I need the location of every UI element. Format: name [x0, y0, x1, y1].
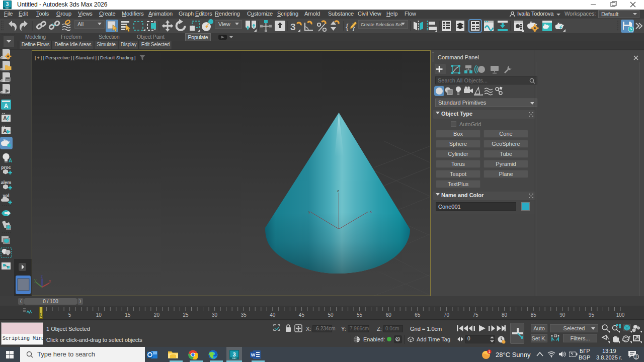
svg-text:95: 95 [589, 312, 595, 318]
svg-text:85: 85 [531, 312, 537, 318]
svg-text:3: 3 [290, 22, 296, 32]
svg-text:45: 45 [299, 312, 305, 318]
svg-text:90: 90 [559, 312, 566, 318]
svg-text:75: 75 [472, 312, 478, 318]
svg-text:1: 1 [488, 349, 490, 354]
svg-text:55: 55 [357, 312, 363, 318]
svg-text:40: 40 [270, 312, 276, 318]
svg-text:z: z [41, 274, 43, 279]
svg-text:A: A [3, 115, 7, 121]
svg-text:15: 15 [125, 312, 131, 318]
svg-text:y: y [34, 278, 37, 283]
svg-text:A: A [3, 128, 7, 134]
svg-text:25: 25 [183, 312, 189, 318]
svg-text:65: 65 [415, 312, 421, 318]
svg-text:2: 2 [635, 354, 637, 359]
svg-text:A: A [4, 103, 9, 110]
svg-text:10: 10 [96, 312, 102, 318]
svg-text:alem: alem [1, 180, 12, 185]
svg-text:W: W [251, 352, 256, 357]
svg-text:100: 100 [616, 312, 625, 318]
svg-text:30: 30 [212, 312, 218, 318]
svg-text:{: { [346, 22, 349, 32]
svg-text:MAX: MAX [232, 357, 236, 359]
svg-text:80: 80 [502, 312, 508, 318]
svg-text:5: 5 [68, 312, 71, 318]
svg-text:60: 60 [386, 312, 392, 318]
svg-text:z: z [337, 189, 339, 193]
svg-text:20: 20 [154, 312, 160, 318]
svg-text:x: x [49, 279, 51, 284]
svg-text:50: 50 [328, 312, 334, 318]
svg-text:35: 35 [241, 312, 247, 318]
svg-text:y: y [308, 210, 310, 214]
svg-text:MAX: MAX [6, 7, 10, 9]
svg-text:A: A [9, 158, 12, 163]
svg-text:3: 3 [232, 351, 235, 357]
svg-text:proc: proc [1, 165, 11, 170]
svg-text:3: 3 [6, 2, 9, 7]
svg-text:x: x [370, 209, 372, 214]
svg-text:70: 70 [444, 312, 450, 318]
